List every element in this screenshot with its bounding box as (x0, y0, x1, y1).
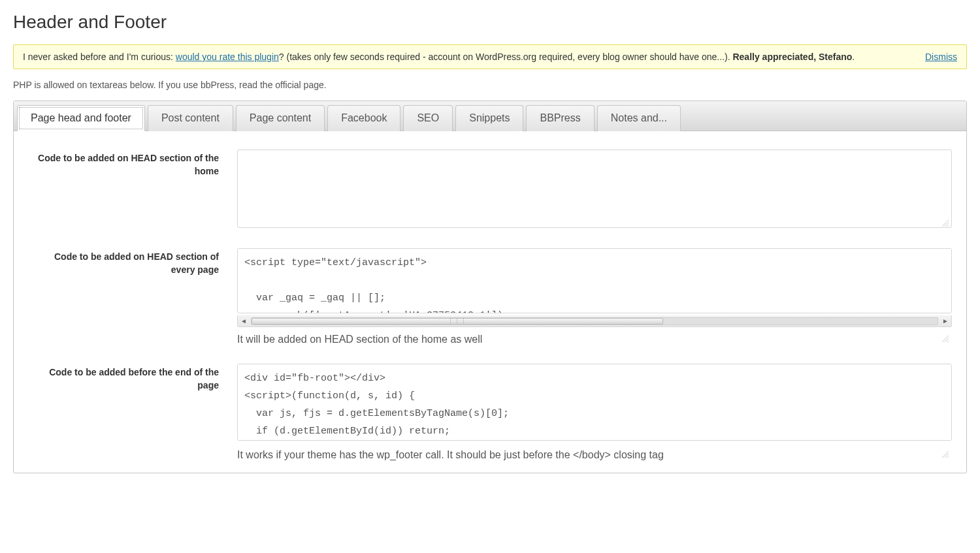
label-end-page: Code to be added before the end of the p… (28, 364, 237, 392)
tab-page-content[interactable]: Page content (236, 105, 325, 131)
dismiss-link[interactable]: Dismiss (925, 52, 957, 62)
tab-facebook[interactable]: Facebook (327, 105, 400, 131)
label-head-every: Code to be added on HEAD section of ever… (28, 248, 237, 276)
notice-period: . (852, 52, 855, 62)
row-end-page: Code to be added before the end of the p… (28, 364, 952, 461)
help-end-page: It works if your theme has the wp_footer… (237, 449, 952, 461)
tab-post-content[interactable]: Post content (148, 105, 233, 131)
tab-bar: Page head and footer Post content Page c… (14, 101, 966, 131)
notice-suffix: ? (takes only few seconds required - acc… (279, 52, 733, 62)
label-head-home: Code to be added on HEAD section of the … (28, 150, 237, 178)
horizontal-scrollbar[interactable]: ◄ ⋮⋮⋮ ► (237, 315, 952, 327)
tab-seo[interactable]: SEO (403, 105, 453, 131)
tab-page-head-and-footer[interactable]: Page head and footer (17, 105, 145, 131)
textarea-head-home[interactable] (237, 150, 952, 228)
help-head-every: It will be added on HEAD section of the … (237, 334, 952, 345)
tab-bbpress[interactable]: BBPress (526, 105, 594, 131)
scroll-right-icon[interactable]: ► (939, 316, 951, 326)
row-head-every: Code to be added on HEAD section of ever… (28, 248, 952, 345)
rate-plugin-link[interactable]: would you rate this plugin (176, 52, 279, 62)
intro-text: PHP is allowed on textareas below. If yo… (13, 80, 967, 90)
scroll-thumb[interactable]: ⋮⋮⋮ (252, 318, 663, 324)
scroll-track[interactable]: ⋮⋮⋮ (251, 317, 938, 325)
tab-notes[interactable]: Notes and... (597, 105, 681, 131)
settings-panel: Page head and footer Post content Page c… (13, 101, 967, 473)
textarea-head-every[interactable] (237, 248, 952, 313)
page-title: Header and Footer (13, 12, 967, 33)
notice-bold: Really appreciated, Stefano (732, 52, 852, 62)
row-head-home: Code to be added on HEAD section of the … (28, 150, 952, 230)
scroll-left-icon[interactable]: ◄ (238, 316, 250, 326)
textarea-end-page[interactable] (237, 364, 952, 441)
tab-content: Code to be added on HEAD section of the … (14, 131, 966, 473)
notice-prefix: I never asked before and I'm curious: (23, 52, 176, 62)
rating-notice: I never asked before and I'm curious: wo… (13, 44, 967, 69)
tab-snippets[interactable]: Snippets (455, 105, 523, 131)
